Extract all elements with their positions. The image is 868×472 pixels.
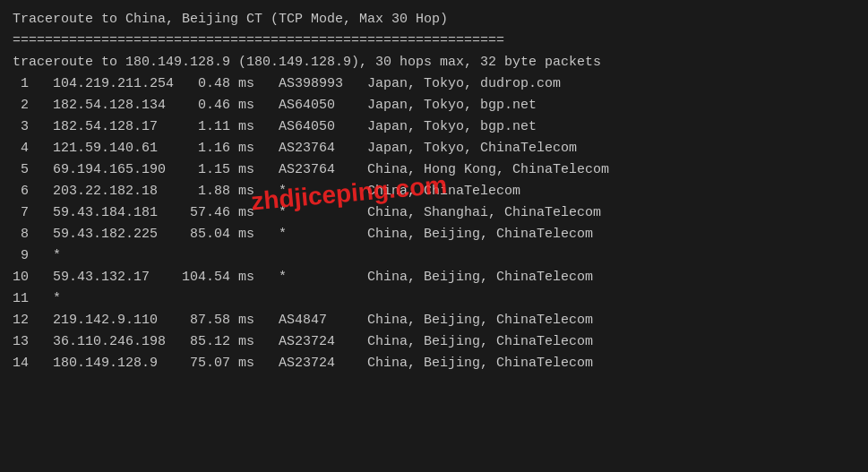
terminal-line-4: 3 182.54.128.17 1.11 ms AS64050 Japan, T… [13,116,855,138]
terminal-output: traceroute to 180.149.128.9 (180.149.128… [13,52,855,374]
terminal-container: Traceroute to China, Beijing CT (TCP Mod… [13,9,855,52]
title-line: Traceroute to China, Beijing CT (TCP Mod… [13,9,855,30]
terminal-line-11: 10 59.43.132.17 104.54 ms * China, Beiji… [13,267,855,288]
terminal-line-6: 5 69.194.165.190 1.15 ms AS23764 China, … [13,159,855,181]
divider-line: ========================================… [13,30,855,52]
terminal-line-12: 11 * [13,288,855,310]
terminal-line-9: 8 59.43.182.225 85.04 ms * China, Beijin… [13,224,855,245]
terminal-line-10: 9 * [13,245,855,267]
terminal-line-8: 7 59.43.184.181 57.46 ms * China, Shangh… [13,202,855,224]
terminal-line-3: 2 182.54.128.134 0.46 ms AS64050 Japan, … [13,95,855,116]
terminal-line-7: 6 203.22.182.18 1.88 ms * China, ChinaTe… [13,181,855,202]
terminal-line-5: 4 121.59.140.61 1.16 ms AS23764 Japan, T… [13,138,855,159]
terminal-line-15: 14 180.149.128.9 75.07 ms AS23724 China,… [13,353,855,374]
terminal-line-13: 12 219.142.9.110 87.58 ms AS4847 China, … [13,310,855,331]
terminal-line-1: traceroute to 180.149.128.9 (180.149.128… [13,52,855,73]
terminal-line-2: 1 104.219.211.254 0.48 ms AS398993 Japan… [13,73,855,95]
terminal-line-14: 13 36.110.246.198 85.12 ms AS23724 China… [13,331,855,353]
